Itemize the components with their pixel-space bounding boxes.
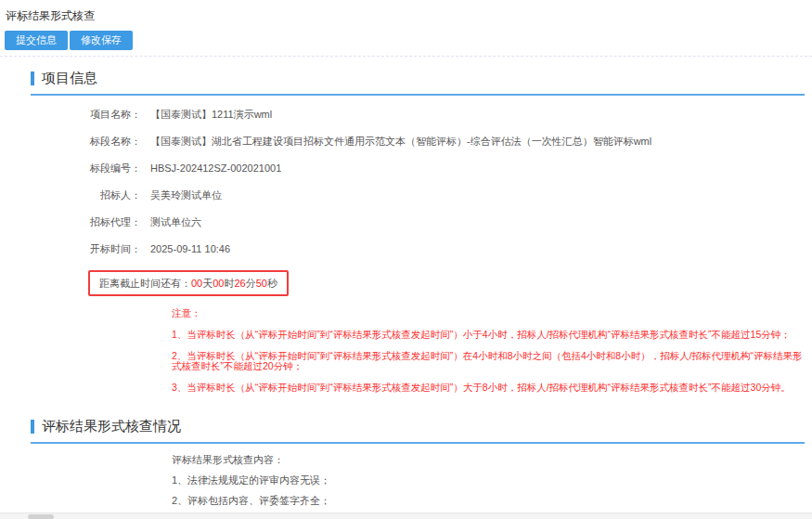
countdown-minutes: 26 <box>235 278 246 289</box>
countdown-hours: 00 <box>213 278 224 289</box>
field-value: 测试单位六 <box>150 216 201 227</box>
notice-item: 2、当评标时长（从“评标开始时间”到“评标结果形式核查发起时间”）在4小时和8小… <box>172 351 805 371</box>
section-accent-bar <box>31 71 34 85</box>
field-value: 【国泰测试】湖北省工程建设项目招标文件通用示范文本（智能评标）-综合评估法（一次… <box>150 136 651 147</box>
field-label: 开标时间： <box>0 243 141 254</box>
deadline-countdown-box: 距离截止时间还有： 00天00时26分50秒 <box>88 270 289 296</box>
field-value: HBSJ-202412SZ-002021001 <box>150 162 281 174</box>
field-value: 2025-09-11 10:46 <box>150 243 230 254</box>
countdown-second-unit: 秒 <box>267 278 277 289</box>
countdown-seconds: 50 <box>256 278 267 289</box>
field-label: 标段名称： <box>0 136 141 147</box>
field-label: 标段编号： <box>0 162 141 174</box>
project-section-header: 项目信息 <box>31 70 805 96</box>
notice-title: 注意： <box>172 308 805 318</box>
countdown-hour-unit: 时 <box>225 278 235 289</box>
project-fields: 项目名称： 【国泰测试】1211演示wml 标段名称： 【国泰测试】湖北省工程建… <box>0 109 812 254</box>
countdown-minute-unit: 分 <box>246 278 256 289</box>
toolbar-divider <box>0 56 812 57</box>
notice-item: 3、当评标时长（从“评标开始时间”到“评标结果形式核查发起时间”）大于8小时，招… <box>172 383 805 393</box>
check-section-title: 评标结果形式核查情况 <box>42 418 181 435</box>
countdown-value: 00天00时26分50秒 <box>191 278 277 289</box>
project-section-title: 项目信息 <box>42 70 97 87</box>
field-label: 招标代理： <box>0 216 141 227</box>
field-section-name: 标段名称： 【国泰测试】湖北省工程建设项目招标文件通用示范文本（智能评标）-综合… <box>0 136 812 147</box>
horizontal-scrollbar-thumb[interactable] <box>28 514 54 519</box>
field-section-code: 标段编号： HBSJ-202412SZ-002021001 <box>0 162 812 174</box>
field-tenderer: 招标人： 吴美玲测试单位 <box>0 189 812 201</box>
field-project-name: 项目名称： 【国泰测试】1211演示wml <box>0 109 812 120</box>
field-bid-opening-time: 开标时间： 2025-09-11 10:46 <box>0 243 812 254</box>
field-tender-agent: 招标代理： 测试单位六 <box>0 216 812 227</box>
section-accent-bar <box>31 420 34 434</box>
check-item: 2、评标包括内容、评委签字齐全； <box>172 496 805 506</box>
page-title: 评标结果形式核查 <box>0 0 812 31</box>
countdown-day-unit: 天 <box>202 278 213 289</box>
countdown-days: 00 <box>191 278 202 289</box>
countdown-label: 距离截止时间还有： <box>99 278 191 289</box>
submit-info-button[interactable]: 提交信息 <box>5 31 68 50</box>
notice-item: 1、当评标时长（从“评标开始时间”到“评标结果形式核查发起时间”）小于4小时，招… <box>172 330 805 340</box>
field-value: 吴美玲测试单位 <box>150 189 222 201</box>
toolbar: 提交信息 修改保存 <box>5 31 812 50</box>
field-label: 招标人： <box>0 189 141 201</box>
field-label: 项目名称： <box>0 109 141 120</box>
check-content: 评标结果形式核查内容： 1、法律法规规定的评审内容无误； 2、评标包括内容、评委… <box>172 455 805 519</box>
check-section-header: 评标结果形式核查情况 <box>31 418 805 444</box>
check-content-label: 评标结果形式核查内容： <box>172 455 805 465</box>
horizontal-scrollbar[interactable] <box>0 513 812 519</box>
check-item: 1、法律法规规定的评审内容无误； <box>172 475 805 486</box>
modify-save-button[interactable]: 修改保存 <box>70 31 133 50</box>
notice-block: 注意： 1、当评标时长（从“评标开始时间”到“评标结果形式核查发起时间”）小于4… <box>172 308 805 393</box>
field-value: 【国泰测试】1211演示wml <box>150 109 272 120</box>
